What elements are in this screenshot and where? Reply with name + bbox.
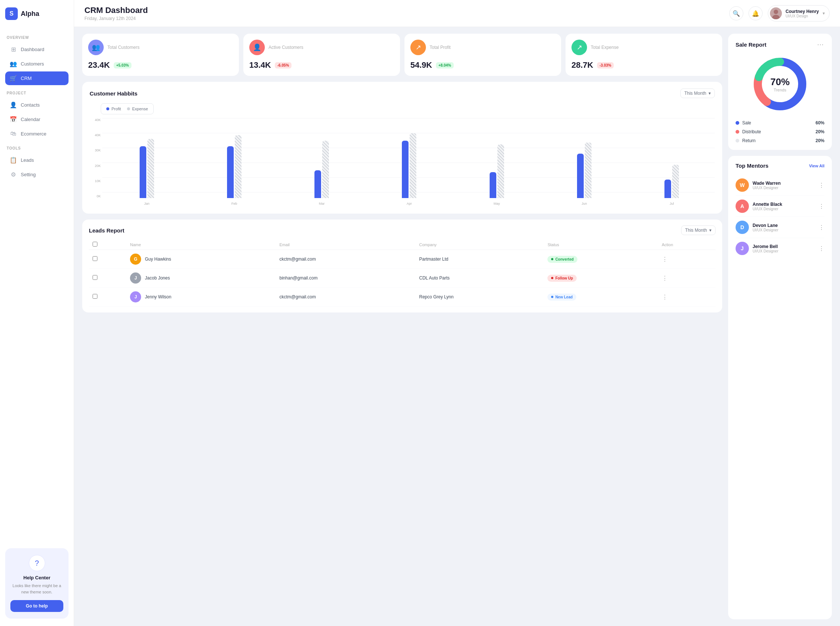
chart-legend: Profit Expense <box>101 103 154 114</box>
mentor-avatar: W <box>735 178 749 192</box>
header-title-group: CRM Dashboard Friday, January 12th 2024 <box>85 6 148 21</box>
row-checkbox[interactable] <box>92 294 97 299</box>
bar-profit <box>577 153 584 198</box>
table-row: G Guy Hawkins ckctm@gmail.comPartmaster … <box>89 250 716 269</box>
bar-chart-area: 40K40K30K20K10K0KJanFebMarAprMayJunJul <box>89 118 715 207</box>
header: CRM Dashboard Friday, January 12th 2024 … <box>74 0 840 27</box>
mentor-action-button[interactable]: ⋮ <box>818 224 824 231</box>
lead-name-cell: J Jenny Wilson <box>130 291 272 302</box>
stat-badge: -3.03% <box>597 62 614 69</box>
x-label: Mar <box>319 202 325 205</box>
bar-group: Jun <box>541 142 627 198</box>
mentor-role: UI/UX Designer <box>752 249 815 253</box>
row-checkbox[interactable] <box>92 275 97 280</box>
y-label: 20K <box>95 164 101 168</box>
x-label: Apr <box>407 202 412 205</box>
logo-name: Alpha <box>21 10 39 18</box>
bar-expense <box>410 133 416 198</box>
user-info: Courtney Henry UI/UX Design <box>785 9 819 18</box>
bar-expense <box>322 141 329 198</box>
y-label: 10K <box>95 179 101 183</box>
bar-group: Apr <box>366 133 452 198</box>
sidebar-item-calendar[interactable]: 📅 Calendar <box>5 113 69 126</box>
row-action-button[interactable]: ⋮ <box>662 294 668 300</box>
help-title: Help Center <box>10 575 63 581</box>
lead-name: Jacob Jones <box>145 275 169 281</box>
sale-report-card: Sale Report ⋯ 70% <box>728 34 832 150</box>
bar-profit <box>402 141 409 198</box>
sidebar-item-contacts[interactable]: 👤 Contacts <box>5 98 69 112</box>
project-section-label: PROJECT <box>7 91 69 95</box>
notification-button[interactable]: 🔔 <box>749 6 763 20</box>
page-subtitle: Friday, January 12th 2024 <box>85 16 148 21</box>
stat-label: Total Expense <box>591 45 619 50</box>
sale-legend-pct: 20% <box>816 138 824 143</box>
calendar-icon: 📅 <box>9 116 17 123</box>
mentor-name: Jerome Bell <box>752 244 815 249</box>
stat-row: 28.7K -3.03% <box>572 60 716 70</box>
chevron-down-icon: ▾ <box>709 228 711 233</box>
lead-avatar: J <box>130 272 141 283</box>
sidebar-label-setting: Setting <box>21 172 36 177</box>
status-dot <box>551 296 553 298</box>
mentor-info: Jerome Bell UI/UX Designer <box>752 244 815 253</box>
lead-name-cell: J Jacob Jones <box>130 272 272 283</box>
leads-period-select[interactable]: This Month ▾ <box>681 225 716 235</box>
mentor-action-button[interactable]: ⋮ <box>818 203 824 210</box>
select-all-checkbox[interactable] <box>92 242 97 247</box>
help-desc: Looks like there might be a new theme so… <box>10 583 63 595</box>
search-button[interactable]: 🔍 <box>729 6 743 20</box>
lead-email: ckctm@gmail.com <box>276 250 415 269</box>
status-badge: Converted <box>547 256 577 263</box>
sidebar-item-customers[interactable]: 👥 Customers <box>5 57 69 71</box>
y-label: 40K <box>95 133 101 137</box>
top-mentors-header: Top Mentors View All <box>735 163 824 169</box>
table-row: J Jacob Jones binhan@gmail.comCDL Auto P… <box>89 269 716 288</box>
x-label: Jul <box>670 202 674 205</box>
help-icon: ? <box>29 555 45 571</box>
mentor-info: Wade Warren UI/UX Designer <box>752 181 815 190</box>
sale-legend-left: Return <box>735 138 755 143</box>
donut-percent: 70% <box>770 76 790 88</box>
view-all-button[interactable]: View All <box>809 164 824 168</box>
lead-company: Repco Grey Lynn <box>415 288 544 307</box>
lead-name: Jenny Wilson <box>145 294 171 299</box>
row-checkbox[interactable] <box>92 256 97 261</box>
bars-container: JanFebMarAprMayJunJul <box>104 118 715 198</box>
leads-report-header: Leads Report This Month ▾ <box>89 225 716 235</box>
donut-label: Trends <box>770 88 790 92</box>
stat-header: ↗ Total Profit <box>411 40 555 55</box>
row-action-button[interactable]: ⋮ <box>662 256 668 263</box>
x-label: May <box>494 202 500 205</box>
y-label: 40K <box>95 118 101 122</box>
y-axis: 40K40K30K20K10K0K <box>89 118 102 198</box>
lead-email: ckctm@gmail.com <box>276 288 415 307</box>
mentor-avatar: D <box>735 221 749 234</box>
logo-icon: S <box>5 8 18 20</box>
stat-card-total-customers: 👥 Total Customers 23.4K +5.03% <box>82 34 239 76</box>
sidebar-item-leads[interactable]: 📋 Leads <box>5 153 69 167</box>
table-col-header: Status <box>544 239 658 250</box>
sidebar-item-setting[interactable]: ⚙ Setting <box>5 168 69 182</box>
habits-period-select[interactable]: This Month ▾ <box>680 88 715 98</box>
sidebar-item-crm[interactable]: 🛒 CRM <box>5 72 69 85</box>
legend-profit: Profit <box>106 106 121 111</box>
sidebar-item-dashboard[interactable]: ⊞ Dashboard <box>5 42 69 56</box>
habits-period-label: This Month <box>685 91 706 96</box>
sale-legend-dot <box>735 139 739 142</box>
stat-label: Active Customers <box>268 45 303 50</box>
main-content: CRM Dashboard Friday, January 12th 2024 … <box>74 0 840 626</box>
help-button[interactable]: Go to help <box>10 600 63 612</box>
stat-value: 23.4K <box>88 60 110 70</box>
dashboard-icon: ⊞ <box>9 46 17 53</box>
legend-expense-label: Expense <box>132 106 148 111</box>
mentor-action-button[interactable]: ⋮ <box>818 245 824 252</box>
row-action-button[interactable]: ⋮ <box>662 275 668 281</box>
user-profile[interactable]: Courtney Henry UI/UX Design ▾ <box>768 5 830 22</box>
stat-header: ↗ Total Expense <box>572 40 716 55</box>
expense-dot <box>127 107 130 110</box>
more-options-button[interactable]: ⋯ <box>817 40 824 49</box>
sidebar-item-ecommerce[interactable]: 🛍 Ecommerce <box>5 127 69 140</box>
mentor-action-button[interactable]: ⋮ <box>818 182 824 189</box>
chart-title: Customer Habbits <box>89 90 137 97</box>
